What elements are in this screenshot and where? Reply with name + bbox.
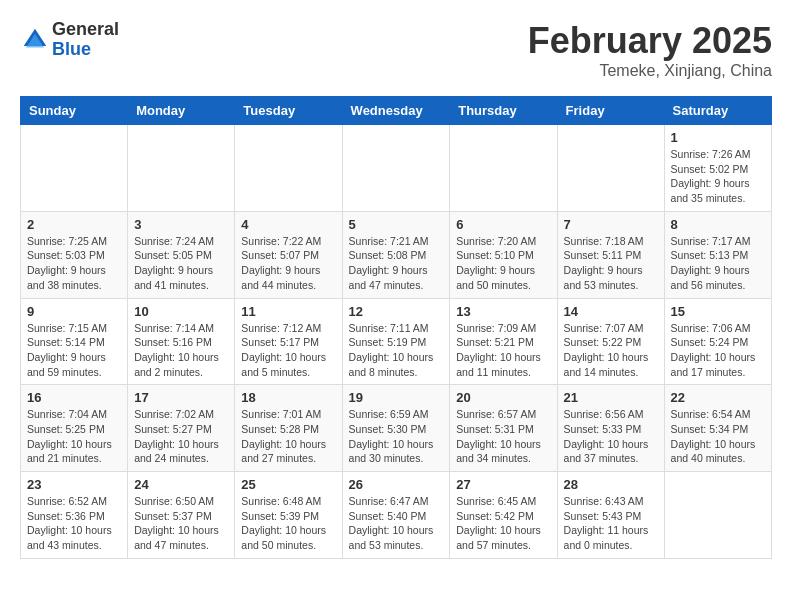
logo-text: General Blue [52, 20, 119, 60]
calendar-cell: 24Sunrise: 6:50 AMSunset: 5:37 PMDayligh… [128, 472, 235, 559]
calendar-cell: 19Sunrise: 6:59 AMSunset: 5:30 PMDayligh… [342, 385, 450, 472]
day-info: Sunrise: 6:43 AMSunset: 5:43 PMDaylight:… [564, 494, 658, 553]
day-number: 18 [241, 390, 335, 405]
weekday-header-row: SundayMondayTuesdayWednesdayThursdayFrid… [21, 97, 772, 125]
day-info: Sunrise: 6:54 AMSunset: 5:34 PMDaylight:… [671, 407, 765, 466]
location-title: Temeke, Xinjiang, China [528, 62, 772, 80]
calendar-cell [235, 125, 342, 212]
calendar-cell: 17Sunrise: 7:02 AMSunset: 5:27 PMDayligh… [128, 385, 235, 472]
calendar-cell: 23Sunrise: 6:52 AMSunset: 5:36 PMDayligh… [21, 472, 128, 559]
day-info: Sunrise: 7:11 AMSunset: 5:19 PMDaylight:… [349, 321, 444, 380]
day-info: Sunrise: 6:59 AMSunset: 5:30 PMDaylight:… [349, 407, 444, 466]
day-number: 26 [349, 477, 444, 492]
day-number: 8 [671, 217, 765, 232]
calendar-cell: 7Sunrise: 7:18 AMSunset: 5:11 PMDaylight… [557, 211, 664, 298]
day-info: Sunrise: 7:25 AMSunset: 5:03 PMDaylight:… [27, 234, 121, 293]
day-info: Sunrise: 7:06 AMSunset: 5:24 PMDaylight:… [671, 321, 765, 380]
weekday-header-saturday: Saturday [664, 97, 771, 125]
day-number: 20 [456, 390, 550, 405]
day-info: Sunrise: 7:02 AMSunset: 5:27 PMDaylight:… [134, 407, 228, 466]
day-info: Sunrise: 7:18 AMSunset: 5:11 PMDaylight:… [564, 234, 658, 293]
weekday-header-friday: Friday [557, 97, 664, 125]
day-info: Sunrise: 6:50 AMSunset: 5:37 PMDaylight:… [134, 494, 228, 553]
calendar-cell [664, 472, 771, 559]
day-number: 5 [349, 217, 444, 232]
calendar-week-1: 1Sunrise: 7:26 AMSunset: 5:02 PMDaylight… [21, 125, 772, 212]
calendar-cell [128, 125, 235, 212]
day-number: 15 [671, 304, 765, 319]
calendar-cell: 26Sunrise: 6:47 AMSunset: 5:40 PMDayligh… [342, 472, 450, 559]
month-title: February 2025 [528, 20, 772, 62]
calendar-cell: 6Sunrise: 7:20 AMSunset: 5:10 PMDaylight… [450, 211, 557, 298]
calendar-cell: 3Sunrise: 7:24 AMSunset: 5:05 PMDaylight… [128, 211, 235, 298]
calendar-cell: 14Sunrise: 7:07 AMSunset: 5:22 PMDayligh… [557, 298, 664, 385]
calendar-cell: 20Sunrise: 6:57 AMSunset: 5:31 PMDayligh… [450, 385, 557, 472]
day-number: 23 [27, 477, 121, 492]
day-number: 16 [27, 390, 121, 405]
calendar-cell [557, 125, 664, 212]
logo: General Blue [20, 20, 119, 60]
logo-blue: Blue [52, 40, 119, 60]
weekday-header-tuesday: Tuesday [235, 97, 342, 125]
day-number: 13 [456, 304, 550, 319]
title-block: February 2025 Temeke, Xinjiang, China [528, 20, 772, 80]
calendar-cell: 28Sunrise: 6:43 AMSunset: 5:43 PMDayligh… [557, 472, 664, 559]
day-info: Sunrise: 7:22 AMSunset: 5:07 PMDaylight:… [241, 234, 335, 293]
day-number: 25 [241, 477, 335, 492]
calendar-week-2: 2Sunrise: 7:25 AMSunset: 5:03 PMDaylight… [21, 211, 772, 298]
calendar-cell: 21Sunrise: 6:56 AMSunset: 5:33 PMDayligh… [557, 385, 664, 472]
day-number: 4 [241, 217, 335, 232]
day-info: Sunrise: 7:07 AMSunset: 5:22 PMDaylight:… [564, 321, 658, 380]
day-number: 7 [564, 217, 658, 232]
day-number: 11 [241, 304, 335, 319]
calendar-cell: 18Sunrise: 7:01 AMSunset: 5:28 PMDayligh… [235, 385, 342, 472]
day-number: 10 [134, 304, 228, 319]
calendar-week-4: 16Sunrise: 7:04 AMSunset: 5:25 PMDayligh… [21, 385, 772, 472]
weekday-header-thursday: Thursday [450, 97, 557, 125]
calendar-cell [450, 125, 557, 212]
calendar-cell: 9Sunrise: 7:15 AMSunset: 5:14 PMDaylight… [21, 298, 128, 385]
day-info: Sunrise: 6:45 AMSunset: 5:42 PMDaylight:… [456, 494, 550, 553]
day-info: Sunrise: 6:56 AMSunset: 5:33 PMDaylight:… [564, 407, 658, 466]
day-info: Sunrise: 7:04 AMSunset: 5:25 PMDaylight:… [27, 407, 121, 466]
calendar-cell: 11Sunrise: 7:12 AMSunset: 5:17 PMDayligh… [235, 298, 342, 385]
day-info: Sunrise: 6:47 AMSunset: 5:40 PMDaylight:… [349, 494, 444, 553]
day-info: Sunrise: 7:01 AMSunset: 5:28 PMDaylight:… [241, 407, 335, 466]
day-number: 19 [349, 390, 444, 405]
day-number: 27 [456, 477, 550, 492]
day-number: 9 [27, 304, 121, 319]
day-info: Sunrise: 7:17 AMSunset: 5:13 PMDaylight:… [671, 234, 765, 293]
day-info: Sunrise: 7:09 AMSunset: 5:21 PMDaylight:… [456, 321, 550, 380]
day-info: Sunrise: 7:14 AMSunset: 5:16 PMDaylight:… [134, 321, 228, 380]
calendar-cell: 1Sunrise: 7:26 AMSunset: 5:02 PMDaylight… [664, 125, 771, 212]
day-number: 6 [456, 217, 550, 232]
calendar-table: SundayMondayTuesdayWednesdayThursdayFrid… [20, 96, 772, 559]
logo-general: General [52, 20, 119, 40]
day-number: 21 [564, 390, 658, 405]
calendar-week-3: 9Sunrise: 7:15 AMSunset: 5:14 PMDaylight… [21, 298, 772, 385]
day-number: 2 [27, 217, 121, 232]
calendar-week-5: 23Sunrise: 6:52 AMSunset: 5:36 PMDayligh… [21, 472, 772, 559]
calendar-cell: 5Sunrise: 7:21 AMSunset: 5:08 PMDaylight… [342, 211, 450, 298]
calendar-cell: 2Sunrise: 7:25 AMSunset: 5:03 PMDaylight… [21, 211, 128, 298]
calendar-cell: 8Sunrise: 7:17 AMSunset: 5:13 PMDaylight… [664, 211, 771, 298]
calendar-cell: 10Sunrise: 7:14 AMSunset: 5:16 PMDayligh… [128, 298, 235, 385]
weekday-header-monday: Monday [128, 97, 235, 125]
day-info: Sunrise: 7:20 AMSunset: 5:10 PMDaylight:… [456, 234, 550, 293]
calendar-cell [21, 125, 128, 212]
calendar-cell [342, 125, 450, 212]
day-info: Sunrise: 6:57 AMSunset: 5:31 PMDaylight:… [456, 407, 550, 466]
calendar-cell: 22Sunrise: 6:54 AMSunset: 5:34 PMDayligh… [664, 385, 771, 472]
day-number: 1 [671, 130, 765, 145]
weekday-header-sunday: Sunday [21, 97, 128, 125]
calendar-cell: 13Sunrise: 7:09 AMSunset: 5:21 PMDayligh… [450, 298, 557, 385]
logo-icon [20, 25, 50, 55]
calendar-cell: 15Sunrise: 7:06 AMSunset: 5:24 PMDayligh… [664, 298, 771, 385]
day-number: 12 [349, 304, 444, 319]
day-number: 14 [564, 304, 658, 319]
calendar-cell: 16Sunrise: 7:04 AMSunset: 5:25 PMDayligh… [21, 385, 128, 472]
day-info: Sunrise: 6:48 AMSunset: 5:39 PMDaylight:… [241, 494, 335, 553]
calendar-cell: 4Sunrise: 7:22 AMSunset: 5:07 PMDaylight… [235, 211, 342, 298]
calendar-cell: 12Sunrise: 7:11 AMSunset: 5:19 PMDayligh… [342, 298, 450, 385]
day-number: 3 [134, 217, 228, 232]
